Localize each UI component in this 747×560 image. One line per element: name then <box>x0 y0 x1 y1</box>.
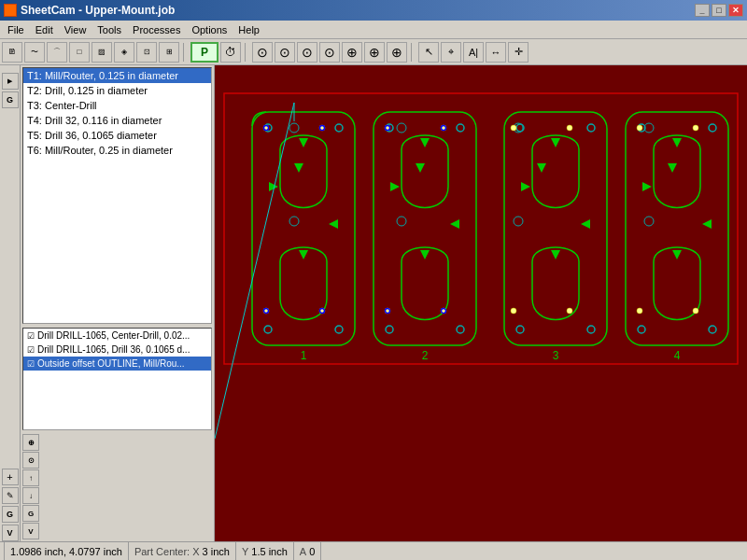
op-item-1[interactable]: ☑ Drill DRILL-1065, Center-Drill, 0.02..… <box>23 329 211 343</box>
svg-point-9 <box>335 326 343 333</box>
side-icon-v[interactable]: V <box>2 525 19 541</box>
toolbar-select[interactable]: ⌖ <box>441 42 461 63</box>
vert-tab-1[interactable]: ⊕ <box>22 434 39 451</box>
op-label-2: Drill DRILL-1065, Drill 36, 0.1065 d... <box>37 344 190 355</box>
svg-marker-22 <box>551 138 560 147</box>
svg-point-69 <box>637 308 642 314</box>
toolbar-circle-6[interactable]: ⊕ <box>364 42 385 63</box>
svg-text:1: 1 <box>301 349 307 362</box>
op-checkbox-1[interactable]: ☑ <box>27 331 35 341</box>
vert-tab-4[interactable]: ↓ <box>22 487 39 504</box>
toolbar-crosshair[interactable]: ✛ <box>508 42 529 63</box>
svg-point-29 <box>587 326 595 333</box>
vert-tab-g[interactable]: G <box>22 505 39 522</box>
op-checkbox-3[interactable]: ☑ <box>27 359 35 369</box>
tool-item-t6[interactable]: T6: Mill/Router, 0.25 in diameter <box>23 143 211 158</box>
svg-line-41 <box>215 103 294 439</box>
svg-point-44 <box>289 217 299 226</box>
side-icons: ▶ G + ✎ G V <box>0 65 21 541</box>
tool-item-t1[interactable]: T1: Mill/Router, 0.125 in diameter <box>23 68 211 83</box>
svg-point-8 <box>264 326 272 333</box>
status-bar: 1.0986 inch, 4.0797 inch Part Center: X … <box>0 541 747 560</box>
toolbar-clock[interactable]: ⏱ <box>220 42 241 63</box>
op-item-3[interactable]: ☑ Outside offset OUTLINE, Mill/Rou... <box>23 357 211 371</box>
side-icon-g[interactable]: G <box>2 91 19 108</box>
toolbar-circle-5[interactable]: ⊕ <box>342 42 362 63</box>
title-bar: SheetCam - Upper-Mount.job _ □ ✕ <box>0 0 747 21</box>
toolbar-circle-2[interactable]: ⊙ <box>275 42 295 63</box>
svg-point-39 <box>709 326 716 333</box>
vert-tab-3[interactable]: ↑ <box>22 469 39 486</box>
canvas-svg: 1 2 <box>215 65 747 541</box>
close-button[interactable]: ✕ <box>728 4 743 17</box>
op-label-1: Drill DRILL-1065, Center-Drill, 0.02... <box>37 330 190 341</box>
menu-processes[interactable]: Processes <box>127 22 186 37</box>
side-icon-add[interactable]: + <box>2 469 19 485</box>
op-item-2[interactable]: ☑ Drill DRILL-1065, Drill 36, 0.1065 d..… <box>23 343 211 357</box>
menu-edit[interactable]: Edit <box>30 22 59 37</box>
toolbar-btn-4[interactable]: □ <box>69 42 90 63</box>
menu-view[interactable]: View <box>59 22 92 37</box>
svg-point-45 <box>397 123 406 133</box>
toolbar-circle-3[interactable]: ⊙ <box>297 42 317 63</box>
toolbar-cursor[interactable]: ↖ <box>418 42 439 63</box>
toolbar-circle-1[interactable]: ⊙ <box>252 42 273 63</box>
menu-options[interactable]: Options <box>186 22 233 37</box>
menu-help[interactable]: Help <box>233 22 265 37</box>
svg-marker-2 <box>299 138 308 147</box>
tool-item-t3[interactable]: T3: Center-Drill <box>23 98 211 113</box>
toolbar-measure[interactable]: ↔ <box>486 42 506 63</box>
svg-point-17 <box>457 124 464 132</box>
toolbar-btn-1[interactable]: 🖹 <box>2 42 22 63</box>
svg-marker-52 <box>416 163 425 173</box>
vert-tab-v[interactable]: V <box>22 523 39 539</box>
side-icon-arrow[interactable]: ▶ <box>2 73 19 90</box>
svg-marker-34 <box>672 250 682 259</box>
tool-item-t5[interactable]: T5: Drill 36, 0.1065 diameter <box>23 128 211 143</box>
angle-value: 0 <box>309 546 315 557</box>
part-center-x-value: 3 inch <box>203 546 230 557</box>
svg-point-38 <box>638 326 645 333</box>
main-layout: ▶ G + ✎ G V T1: Mill/Router, 0.125 in di… <box>0 65 747 541</box>
svg-marker-13 <box>450 219 459 229</box>
op-label-3: Outside offset OUTLINE, Mill/Rou... <box>37 358 185 369</box>
side-icon-edit[interactable]: ✎ <box>2 487 19 504</box>
svg-point-65 <box>511 308 516 314</box>
toolbar-circle-7[interactable]: ⊕ <box>387 42 407 63</box>
toolbar-circle-4[interactable]: ⊙ <box>319 42 340 63</box>
toolbar-btn-2[interactable]: 〜 <box>24 42 45 63</box>
svg-point-19 <box>457 326 464 333</box>
toolbar-btn-5[interactable]: ▨ <box>92 42 112 63</box>
svg-point-64 <box>567 125 572 131</box>
menu-bar: File Edit View Tools Processes Options H… <box>0 21 747 39</box>
toolbar-btn-6[interactable]: ◈ <box>114 42 134 63</box>
svg-marker-12 <box>420 138 430 147</box>
part-center-y-value: 1.5 inch <box>251 546 288 557</box>
menu-file[interactable]: File <box>2 22 30 37</box>
minimize-button[interactable]: _ <box>695 4 710 17</box>
operation-list[interactable]: ☑ Drill DRILL-1065, Center-Drill, 0.02..… <box>22 328 212 430</box>
menu-tools[interactable]: Tools <box>92 22 127 37</box>
toolbar-btn-7[interactable]: ⊡ <box>136 42 157 63</box>
tool-list[interactable]: T1: Mill/Router, 0.125 in diameter T2: D… <box>22 67 212 324</box>
side-icon-g2[interactable]: G <box>2 506 19 523</box>
toolbar-btn-3[interactable]: ⌒ <box>47 42 67 63</box>
toolbar-btn-8[interactable]: ⊞ <box>159 42 179 63</box>
maximize-button[interactable]: □ <box>712 4 726 17</box>
svg-marker-14 <box>420 250 430 259</box>
vert-tabs: ⊕ ⊙ ↑ ↓ G V <box>21 432 214 541</box>
op-checkbox-2[interactable]: ☑ <box>27 345 35 355</box>
svg-point-48 <box>514 217 523 226</box>
tool-item-t4[interactable]: T4: Drill 32, 0.116 in diameter <box>23 113 211 128</box>
p-button[interactable]: P <box>190 42 218 63</box>
svg-text:4: 4 <box>674 349 681 362</box>
vert-tab-2[interactable]: ⊙ <box>22 452 39 469</box>
tool-item-t2[interactable]: T2: Drill, 0.125 in diameter <box>23 83 211 98</box>
svg-marker-51 <box>294 163 303 173</box>
svg-point-50 <box>644 217 654 226</box>
svg-marker-24 <box>551 250 560 259</box>
canvas-area[interactable]: 1 2 <box>215 65 747 541</box>
toolbar-text[interactable]: A| <box>463 42 484 63</box>
app-icon <box>4 4 17 17</box>
toolbar-separator-1 <box>183 43 187 62</box>
